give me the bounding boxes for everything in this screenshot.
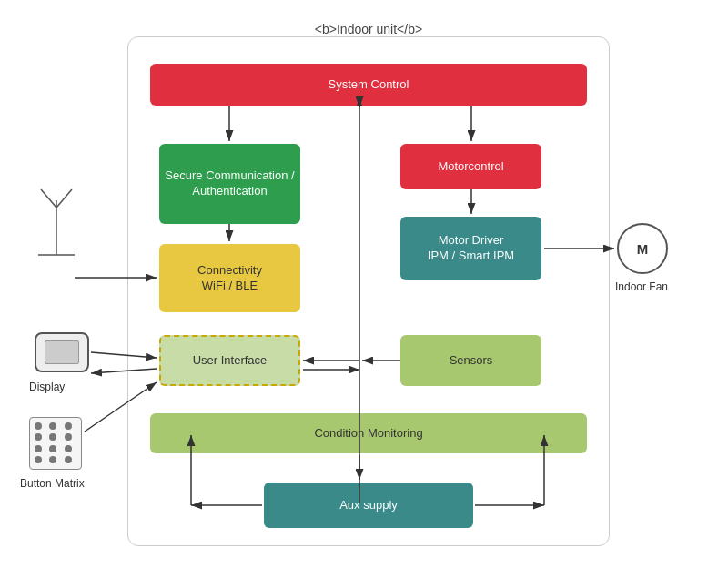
btn-dot [49,456,56,463]
system-control-label: System Control [329,77,410,93]
indoor-fan-label: Indoor Fan [605,280,678,293]
motorcontrol-label: Motorcontrol [438,159,503,175]
display-icon [35,332,89,372]
secure-comm-label: Secure Communication / Authentication [165,168,295,199]
diagram-container: <b>Indoor unit</b> System Control Secure… [9,9,719,570]
aux-supply-label: Aux supply [339,498,398,513]
indoor-unit-label: <b>Indoor unit</b> [127,22,610,36]
condition-monitoring-block: Condition Monitoring [150,413,587,453]
connectivity-block: ConnectivityWiFi / BLE [159,244,300,312]
system-control-block: System Control [150,64,587,106]
display-label: Display [29,381,65,393]
btn-dot [49,433,56,441]
motor-circle: M [617,223,668,274]
display-screen [45,340,79,364]
user-interface-label: User Interface [193,353,268,369]
button-matrix-label: Button Matrix [20,477,85,490]
btn-dot [49,422,56,430]
svg-line-5 [56,189,72,208]
sensors-block: Sensors [400,335,541,386]
btn-dot [65,456,72,463]
button-matrix-icon [29,417,82,470]
btn-dot [35,456,42,463]
sensors-label: Sensors [450,353,493,369]
motor-driver-label: Motor DriverIPM / Smart IPM [428,233,514,264]
aux-supply-block: Aux supply [264,482,473,528]
connectivity-label: ConnectivityWiFi / BLE [197,263,262,294]
user-interface-block: User Interface [159,335,300,386]
btn-dot [49,445,56,452]
btn-dot [35,422,42,430]
btn-dot [65,422,72,430]
motorcontrol-block: Motorcontrol [400,144,541,189]
motor-label: M [637,241,649,257]
btn-dot [65,433,72,441]
secure-comm-block: Secure Communication / Authentication [159,144,300,224]
btn-dot [65,445,72,452]
motor-driver-block: Motor DriverIPM / Smart IPM [400,217,541,280]
btn-dot [35,445,42,452]
condition-monitoring-label: Condition Monitoring [314,426,422,442]
btn-dot [35,433,42,441]
svg-line-4 [41,189,56,208]
